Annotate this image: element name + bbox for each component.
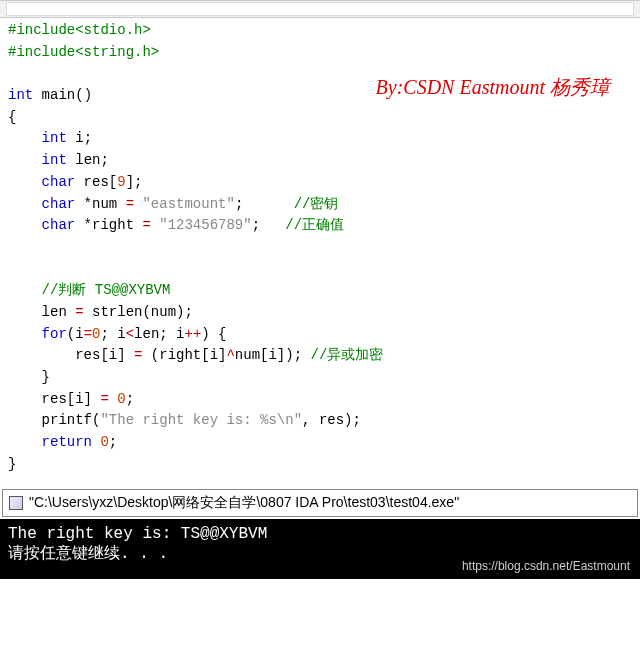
num: 0	[117, 391, 125, 407]
kw: int	[42, 130, 67, 146]
ident: len	[67, 152, 101, 168]
code-line: char *right = "123456789"; //正确值	[8, 215, 632, 237]
num: 0	[100, 434, 108, 450]
kw: return	[42, 434, 92, 450]
code-line: }	[8, 367, 632, 389]
punc: ; i	[100, 326, 125, 342]
watermark-url: https://blog.csdn.net/Eastmount	[462, 559, 630, 573]
code-line: res[i] = 0;	[8, 389, 632, 411]
ident: res[i]	[42, 391, 101, 407]
punc: (num)	[142, 304, 184, 320]
punc: (right[i]	[142, 347, 226, 363]
header: <stdio.h>	[75, 22, 151, 38]
code-line: }	[8, 454, 632, 476]
code-line: int i;	[8, 128, 632, 150]
ident: res[i]	[75, 347, 134, 363]
string: "eastmount"	[134, 196, 235, 212]
code-editor[interactable]: By:CSDN Eastmount 杨秀璋 #include<stdio.h> …	[0, 18, 640, 483]
app-icon	[9, 496, 23, 510]
kw: char	[42, 217, 76, 233]
string: "123456789"	[151, 217, 252, 233]
kw: int	[42, 152, 67, 168]
console-output: The right key is: TS@@XYBVM 请按任意键继续. . .…	[0, 519, 640, 579]
code-line: char *num = "eastmount"; //密钥	[8, 194, 632, 216]
code-line: for(i=0; i<len; i++) {	[8, 324, 632, 346]
comment: //正确值	[285, 217, 344, 233]
header: <string.h>	[75, 44, 159, 60]
comment: //判断 TS@@XYBVM	[42, 282, 171, 298]
ident: strlen	[84, 304, 143, 320]
comment: //异或加密	[310, 347, 383, 363]
code-line: return 0;	[8, 432, 632, 454]
op: ^	[226, 347, 234, 363]
punc: }	[42, 369, 50, 385]
watermark: By:CSDN Eastmount 杨秀璋	[376, 72, 610, 103]
op: ++	[185, 326, 202, 342]
toolbar	[0, 0, 640, 18]
ident: len; i	[134, 326, 184, 342]
code-line: {	[8, 107, 632, 129]
code-line: int len;	[8, 150, 632, 172]
punc: {	[8, 109, 16, 125]
window-title: "C:\Users\yxz\Desktop\网络安全自学\0807 IDA Pr…	[29, 494, 459, 512]
ident: *right	[75, 217, 142, 233]
num: 9	[117, 174, 125, 190]
window-title-bar[interactable]: "C:\Users\yxz\Desktop\网络安全自学\0807 IDA Pr…	[2, 489, 638, 517]
code-line: #include<string.h>	[8, 42, 632, 64]
preproc: #include	[8, 22, 75, 38]
op: =	[75, 304, 83, 320]
toolbar-input[interactable]	[6, 2, 634, 16]
code-line: printf("The right key is: %s\n", res);	[8, 410, 632, 432]
punc: , res)	[302, 412, 352, 428]
sp	[109, 391, 117, 407]
code-line: res[i] = (right[i]^num[i]); //异或加密	[8, 345, 632, 367]
kw: char	[42, 196, 76, 212]
ident: i	[67, 130, 84, 146]
op: <	[126, 326, 134, 342]
kw: for	[42, 326, 67, 342]
ident: printf	[42, 412, 92, 428]
punc: ) {	[201, 326, 226, 342]
code-line	[8, 259, 632, 281]
string: "The right key is: %s\n"	[100, 412, 302, 428]
comment: //密钥	[294, 196, 339, 212]
op: =	[84, 326, 92, 342]
punc: num[i]);	[235, 347, 311, 363]
op: =	[142, 217, 150, 233]
code-line: #include<stdio.h>	[8, 20, 632, 42]
code-line	[8, 237, 632, 259]
code-line: char res[9];	[8, 172, 632, 194]
code-line: len = strlen(num);	[8, 302, 632, 324]
kw: int	[8, 87, 33, 103]
console-line: The right key is: TS@@XYBVM	[8, 525, 632, 543]
code-line: //判断 TS@@XYBVM	[8, 280, 632, 302]
ident: main	[33, 87, 75, 103]
ident: len	[42, 304, 76, 320]
punc: ()	[75, 87, 92, 103]
kw: char	[42, 174, 76, 190]
punc: }	[8, 456, 16, 472]
ident: *num	[75, 196, 125, 212]
ident: res	[75, 174, 109, 190]
op: =	[126, 196, 134, 212]
op: =	[100, 391, 108, 407]
punc: (i	[67, 326, 84, 342]
preproc: #include	[8, 44, 75, 60]
